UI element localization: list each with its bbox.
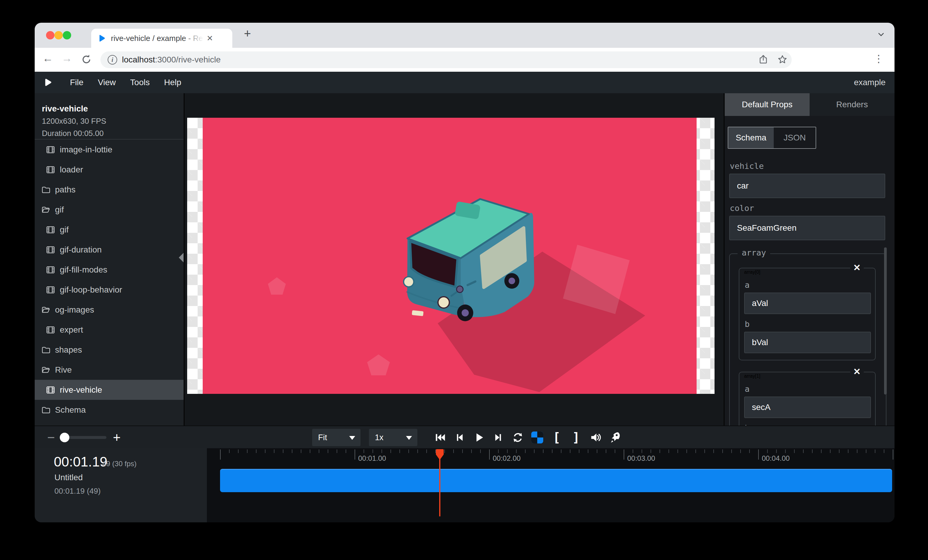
ruler-tick: [669, 449, 669, 453]
minimize-window-button[interactable]: [54, 31, 63, 40]
forward-arrow-icon[interactable]: →: [62, 52, 72, 65]
array-fieldset: arrayarray[0]✕aaValbbValarray[1]✕asecAb: [729, 253, 887, 426]
prop-input-vehicle[interactable]: car: [729, 173, 885, 198]
zoom-in-button[interactable]: +: [113, 430, 121, 445]
loop-icon[interactable]: [511, 431, 524, 444]
share-icon[interactable]: [758, 55, 768, 65]
ruler-label: 00:01.00: [358, 454, 386, 463]
fieldset-array[1]: array[1]✕asecAb: [739, 372, 876, 426]
sidebar-item-Rive[interactable]: Rive: [35, 360, 183, 380]
film-icon: [46, 385, 55, 394]
zoom-slider[interactable]: [62, 436, 107, 439]
prop-input-a[interactable]: aVal: [744, 292, 871, 314]
browser-window: rive-vehicle / example - Remoti ✕ + ← → …: [35, 23, 894, 522]
browser-tab[interactable]: rive-vehicle / example - Remoti ✕: [91, 29, 232, 48]
sidebar-item-gif-duration[interactable]: gif-duration: [35, 240, 183, 260]
timeline-track-bar[interactable]: [220, 469, 892, 492]
subtab-schema[interactable]: Schema: [728, 127, 774, 148]
bookmark-star-icon[interactable]: [777, 55, 788, 65]
sidebar-item-rive-vehicle[interactable]: rive-vehicle: [35, 380, 183, 400]
zoom-out-button[interactable]: −: [47, 430, 55, 445]
ruler-tick: [597, 449, 597, 453]
prop-input-b[interactable]: bVal: [744, 332, 871, 353]
sidebar-item-gif-loop-behavior[interactable]: gif-loop-behavior: [35, 280, 183, 300]
composition-list: image-in-lottieloaderpathsgifgifgif-dura…: [35, 140, 183, 420]
maximize-window-button[interactable]: [63, 31, 71, 40]
menu-help[interactable]: Help: [157, 78, 189, 87]
sidebar-item-shapes[interactable]: shapes: [35, 340, 183, 360]
sidebar-item-label: rive-vehicle: [60, 385, 102, 395]
ruler-tick: [489, 449, 490, 460]
sidebar-item-loader[interactable]: loader: [35, 160, 183, 180]
fit-dropdown[interactable]: Fit: [312, 429, 360, 446]
track-name[interactable]: Untitled: [54, 473, 83, 482]
rocket-icon[interactable]: [608, 431, 621, 444]
ruler-tick: [471, 449, 472, 453]
menu-file[interactable]: File: [63, 78, 91, 87]
tab-close-icon[interactable]: ✕: [207, 34, 213, 43]
close-window-button[interactable]: [46, 31, 54, 40]
sidebar-item-label: shapes: [55, 345, 82, 355]
sidebar-item-gif[interactable]: gif: [35, 220, 183, 240]
tab-renders[interactable]: Renders: [810, 93, 894, 116]
panel-scrollbar[interactable]: [884, 247, 887, 394]
transparency-checker-icon[interactable]: [531, 431, 544, 444]
browser-tab-strip: rive-vehicle / example - Remoti ✕ +: [35, 23, 894, 48]
previous-frame-icon[interactable]: [453, 431, 466, 444]
composition-canvas[interactable]: [187, 118, 714, 394]
menu-view[interactable]: View: [91, 78, 123, 87]
browser-menu-kebab-icon[interactable]: ⋮: [874, 53, 884, 65]
prop-input-a[interactable]: secA: [744, 397, 871, 418]
ruler-tick: [283, 449, 284, 453]
new-tab-button[interactable]: +: [244, 27, 251, 40]
in-marker-icon[interactable]: [: [550, 431, 563, 444]
volume-icon[interactable]: [589, 431, 602, 444]
menu-tools[interactable]: Tools: [123, 78, 157, 87]
sidebar-item-Schema[interactable]: Schema: [35, 400, 183, 420]
remove-array-item-icon[interactable]: ✕: [850, 366, 864, 377]
prop-input-color[interactable]: SeaFoamGreen: [729, 216, 885, 240]
sidebar-item-gif[interactable]: gif: [35, 199, 183, 220]
next-frame-icon[interactable]: [492, 431, 505, 444]
tab-title: rive-vehicle / example - Remoti: [111, 34, 204, 43]
url-bar[interactable]: i localhost:3000/rive-vehicle: [101, 52, 792, 68]
fieldset-array[0]: array[0]✕aaValbbVal: [739, 268, 876, 361]
ruler-tick: [848, 449, 849, 453]
reload-icon[interactable]: [81, 54, 92, 65]
remove-array-item-icon[interactable]: ✕: [850, 262, 864, 273]
sidebar-item-og-images[interactable]: og-images: [35, 300, 183, 320]
tabstrip-chevron-icon[interactable]: [877, 30, 885, 38]
out-marker-icon[interactable]: ]: [569, 431, 583, 444]
ruler-tick: [624, 449, 624, 460]
ruler-tick: [749, 449, 750, 453]
tab-default-props[interactable]: Default Props: [725, 93, 810, 116]
sidebar-item-paths[interactable]: paths: [35, 180, 183, 199]
zoom-slider-thumb[interactable]: [60, 433, 69, 442]
sidebar-item-expert[interactable]: expert: [35, 320, 183, 340]
folder-open-icon: [41, 365, 50, 374]
subtab-json[interactable]: JSON: [774, 127, 816, 148]
site-info-icon[interactable]: i: [108, 55, 117, 65]
ruler-tick: [382, 449, 382, 453]
play-icon[interactable]: [472, 431, 485, 444]
sidebar-item-label: Schema: [55, 405, 86, 415]
ruler-tick: [337, 449, 337, 453]
sidebar-item-label: paths: [55, 185, 76, 195]
playhead-handle[interactable]: [435, 449, 444, 462]
chevron-down-icon: [406, 436, 412, 440]
sidebar-item-label: gif-fill-modes: [60, 265, 107, 275]
back-arrow-icon[interactable]: ←: [43, 52, 53, 65]
ruler-tick: [525, 449, 526, 453]
ruler-tick: [462, 449, 463, 453]
sidebar-item-gif-fill-modes[interactable]: gif-fill-modes: [35, 260, 183, 280]
props-panel-tabs: Default Props Renders: [725, 93, 894, 116]
playback-speed-dropdown[interactable]: 1x: [369, 429, 417, 446]
sidebar-collapse-arrow-icon[interactable]: [179, 253, 183, 262]
sidebar-item-label: gif: [60, 225, 69, 234]
prop-label-a: a: [745, 280, 870, 289]
skip-to-start-icon[interactable]: [433, 431, 447, 444]
sidebar-item-image-in-lottie[interactable]: image-in-lottie: [35, 140, 183, 160]
ruler-tick: [642, 449, 642, 453]
ruler-tick: [570, 449, 571, 453]
ruler-tick: [785, 449, 786, 453]
